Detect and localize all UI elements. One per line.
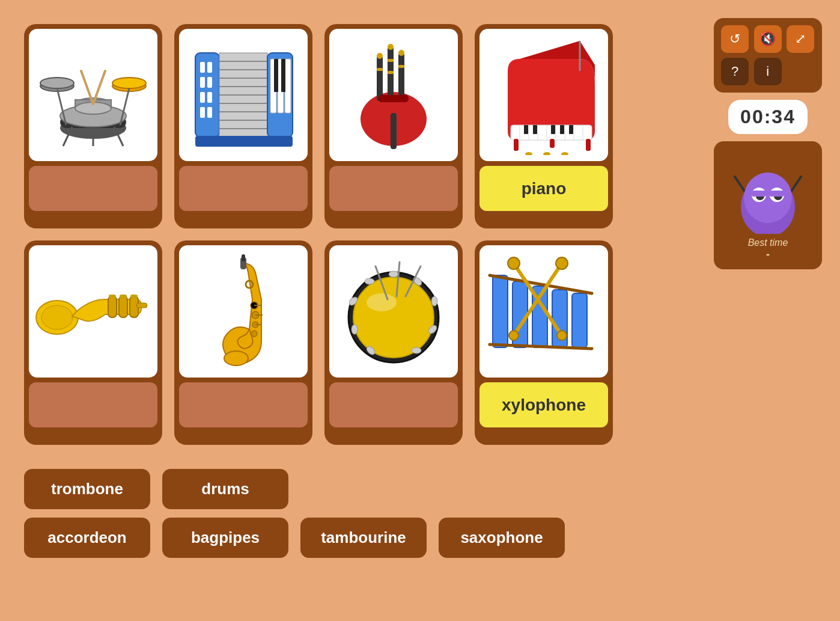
card-tambourine-label	[329, 382, 458, 427]
card-trumpet-label	[29, 382, 157, 427]
card-trumpet-image	[29, 245, 157, 378]
svg-rect-41	[281, 59, 285, 92]
svg-rect-72	[550, 139, 555, 148]
svg-point-54	[377, 53, 383, 59]
svg-rect-79	[108, 296, 117, 317]
svg-rect-51	[377, 68, 383, 71]
svg-point-78	[41, 305, 73, 329]
best-time-label: Best time	[748, 237, 788, 248]
svg-rect-21	[207, 77, 212, 88]
fullscreen-button[interactable]: ⤢	[787, 25, 814, 53]
svg-point-122	[556, 257, 568, 269]
svg-rect-112	[493, 275, 508, 347]
accordion-svg	[183, 35, 303, 155]
card-bagpipes[interactable]	[324, 24, 463, 228]
card-saxophone[interactable]	[174, 240, 312, 445]
svg-rect-83	[120, 295, 127, 298]
svg-rect-66	[533, 125, 537, 134]
piano-svg	[484, 35, 604, 155]
svg-rect-19	[207, 62, 212, 73]
svg-rect-67	[551, 125, 555, 134]
svg-rect-24	[200, 107, 205, 118]
svg-point-108	[365, 278, 374, 284]
svg-rect-25	[207, 107, 212, 118]
word-tambourine[interactable]: tambourine	[300, 518, 427, 558]
svg-point-4	[40, 78, 74, 88]
card-bagpipes-label	[329, 166, 458, 211]
svg-rect-84	[130, 295, 138, 298]
svg-point-104	[412, 347, 421, 353]
word-row-2: accordeon bagpipes tambourine saxophone	[24, 518, 625, 558]
svg-rect-69	[569, 125, 573, 134]
svg-rect-116	[572, 293, 587, 347]
game-area: piano	[24, 24, 625, 558]
svg-rect-18	[200, 62, 205, 73]
card-xylophone[interactable]: xylophone	[475, 240, 613, 445]
word-trombone[interactable]: trombone	[24, 469, 150, 509]
drums-svg	[33, 35, 153, 155]
svg-point-89	[251, 331, 257, 337]
svg-point-75	[561, 152, 568, 155]
card-tambourine-image	[329, 245, 458, 378]
svg-rect-82	[109, 295, 116, 298]
word-accordeon[interactable]: accordeon	[24, 518, 150, 558]
svg-point-6	[112, 78, 146, 88]
card-saxophone-image	[179, 245, 308, 378]
card-drums[interactable]	[24, 24, 162, 228]
svg-point-100	[389, 271, 398, 277]
word-drums[interactable]: drums	[162, 469, 288, 509]
card-saxophone-label	[179, 382, 308, 427]
svg-rect-71	[586, 139, 591, 151]
svg-point-128	[744, 173, 792, 223]
card-piano-image	[479, 29, 608, 161]
word-saxophone[interactable]: saxophone	[439, 518, 565, 558]
trumpet-svg	[33, 251, 153, 372]
svg-rect-68	[560, 125, 564, 134]
control-panel: ↺ 🔇 ⤢ ? i	[714, 18, 822, 93]
help-button[interactable]: ?	[721, 58, 749, 85]
card-accordion-image	[179, 29, 308, 161]
card-trumpet[interactable]	[24, 240, 162, 445]
card-tambourine[interactable]	[324, 240, 463, 445]
mute-button[interactable]: 🔇	[754, 25, 782, 53]
word-bank: trombone drums accordeon bagpipes tambou…	[24, 469, 625, 558]
timer-display: 00:34	[728, 100, 808, 134]
card-piano-label: piano	[479, 166, 608, 211]
mascot-svg	[729, 150, 807, 234]
info-button[interactable]: i	[754, 58, 782, 85]
card-bagpipes-image	[329, 29, 458, 161]
svg-point-73	[525, 152, 532, 155]
svg-point-74	[543, 152, 550, 155]
restart-button[interactable]: ↺	[721, 25, 749, 53]
card-grid: piano	[24, 24, 625, 445]
svg-rect-23	[207, 92, 212, 103]
svg-rect-94	[242, 254, 245, 262]
svg-rect-39	[285, 59, 291, 113]
card-drums-label	[29, 166, 157, 211]
svg-point-123	[557, 331, 567, 340]
svg-rect-20	[200, 77, 205, 88]
svg-rect-49	[388, 71, 394, 74]
svg-point-52	[388, 44, 394, 50]
svg-rect-50	[398, 65, 404, 68]
svg-point-95	[224, 351, 248, 366]
card-piano[interactable]: piano	[475, 24, 613, 228]
card-drums-image	[29, 29, 157, 161]
svg-point-106	[352, 325, 358, 334]
svg-point-121	[508, 257, 520, 269]
svg-rect-47	[391, 113, 397, 149]
card-accordion[interactable]	[174, 24, 312, 228]
svg-point-53	[398, 50, 404, 56]
svg-rect-134	[770, 191, 784, 197]
word-bagpipes[interactable]: bagpipes	[162, 518, 288, 558]
tambourine-svg	[333, 251, 454, 372]
svg-rect-45	[398, 53, 404, 101]
svg-rect-46	[377, 56, 383, 101]
word-row-1: trombone drums	[24, 469, 625, 509]
svg-rect-55	[379, 95, 409, 102]
svg-rect-85	[136, 303, 147, 308]
svg-rect-65	[524, 125, 528, 134]
svg-rect-70	[514, 139, 519, 151]
card-xylophone-image	[479, 245, 608, 378]
svg-rect-22	[200, 92, 205, 103]
